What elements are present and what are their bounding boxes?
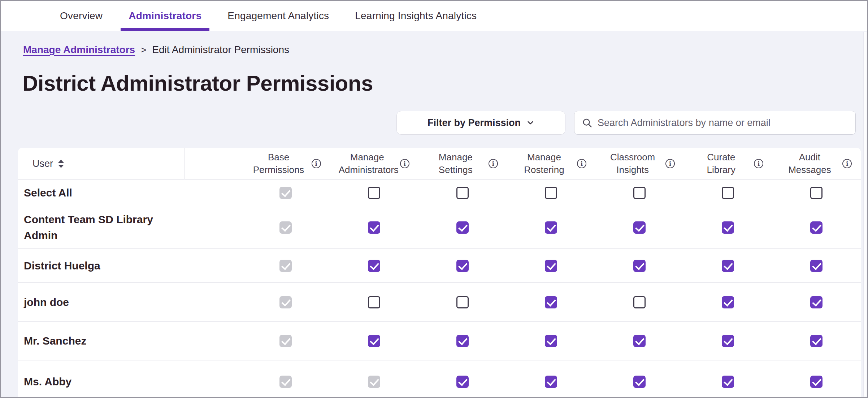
permission-checkbox[interactable] <box>456 376 469 388</box>
breadcrumb: Manage Administrators > Edit Administrat… <box>23 44 856 56</box>
permission-cell <box>684 221 772 234</box>
column-header-label: Classroom Insights <box>604 151 661 176</box>
tab-overview[interactable]: Overview <box>47 1 116 31</box>
permission-checkbox[interactable] <box>545 221 557 234</box>
permission-cell <box>507 260 595 272</box>
permission-cell <box>418 187 507 199</box>
user-column-sort-header[interactable]: User <box>18 148 185 179</box>
permission-cell <box>418 376 507 388</box>
permission-checkbox[interactable] <box>810 260 823 272</box>
permission-checkbox[interactable] <box>456 260 469 272</box>
tab-engagement-analytics[interactable]: Engagement Analytics <box>214 1 342 31</box>
permission-checkbox <box>368 376 380 388</box>
breadcrumb-link-manage-administrators[interactable]: Manage Administrators <box>23 44 135 56</box>
permission-checkbox[interactable] <box>545 260 557 272</box>
permission-checkbox[interactable] <box>722 335 734 347</box>
permission-cell <box>241 260 330 272</box>
column-header-label: Manage Administrators <box>339 151 396 176</box>
page-content: Manage Administrators > Edit Administrat… <box>1 31 867 398</box>
search-box <box>574 111 856 135</box>
filter-by-permission-button[interactable]: Filter by Permission <box>396 111 565 135</box>
toolbar: Filter by Permission <box>22 111 856 135</box>
permission-cell <box>507 221 595 234</box>
permission-checkbox[interactable] <box>633 376 646 388</box>
breadcrumb-separator: > <box>141 44 146 56</box>
tab-learning-insights-analytics[interactable]: Learning Insights Analytics <box>342 1 490 31</box>
info-icon[interactable] <box>489 159 498 168</box>
permission-cell <box>772 376 861 388</box>
info-icon[interactable] <box>577 159 586 168</box>
permission-checkbox[interactable] <box>368 296 380 308</box>
permission-checkbox[interactable] <box>810 335 823 347</box>
permission-column-header: Curate Library <box>684 151 772 176</box>
permission-checkbox[interactable] <box>456 296 469 308</box>
tab-administrators[interactable]: Administrators <box>116 1 214 31</box>
permission-checkbox[interactable] <box>633 260 646 272</box>
user-name: Ms. Abby <box>18 374 162 390</box>
permission-column-header: Audit Messages <box>772 151 861 176</box>
user-name: Select All <box>18 185 162 201</box>
permission-checkbox[interactable] <box>722 376 734 388</box>
permission-cell <box>772 221 861 234</box>
permission-checkbox[interactable] <box>722 296 734 308</box>
column-header-label: Curate Library <box>693 151 750 176</box>
permission-checkbox[interactable] <box>810 296 823 308</box>
permission-cell <box>772 187 861 199</box>
permission-checkbox[interactable] <box>633 335 646 347</box>
permission-checkbox[interactable] <box>810 221 823 234</box>
app-window: Overview Administrators Engagement Analy… <box>0 0 868 398</box>
permission-checkbox[interactable] <box>545 187 557 199</box>
permission-checkbox[interactable] <box>722 187 734 199</box>
user-name: District Huelga <box>18 258 162 274</box>
info-icon[interactable] <box>754 159 763 168</box>
permission-checkbox[interactable] <box>456 187 469 199</box>
user-name: john doe <box>18 294 162 310</box>
permission-checkbox[interactable] <box>368 187 380 199</box>
sort-arrows-icon <box>58 160 64 168</box>
table-header-row: User Base Permissions Manage Administrat… <box>18 148 861 179</box>
permission-cell <box>684 376 772 388</box>
info-icon[interactable] <box>842 159 852 168</box>
permission-checkbox[interactable] <box>633 221 646 234</box>
permission-checkbox[interactable] <box>633 296 646 308</box>
permission-checkbox[interactable] <box>545 335 557 347</box>
permission-checkbox[interactable] <box>545 376 557 388</box>
column-header-label: Manage Rostering <box>516 151 573 176</box>
permission-checkbox[interactable] <box>368 221 380 234</box>
user-header-label: User <box>32 158 53 169</box>
table-row: Select All <box>18 179 861 206</box>
permission-cell <box>418 260 507 272</box>
table-row: Mr. Sanchez <box>18 322 861 360</box>
permission-checkbox[interactable] <box>368 335 380 347</box>
column-header-label: Manage Settings <box>427 151 484 176</box>
permission-cell <box>241 221 330 234</box>
permission-checkbox[interactable] <box>545 296 557 308</box>
permission-cell <box>330 221 418 234</box>
permission-checkbox[interactable] <box>456 335 469 347</box>
permission-cell <box>595 221 684 234</box>
permission-cell <box>507 335 595 347</box>
info-icon[interactable] <box>665 159 675 168</box>
permission-column-header: Manage Administrators <box>330 151 418 176</box>
permission-checkbox[interactable] <box>722 260 734 272</box>
permission-checkbox[interactable] <box>810 187 823 199</box>
permission-cell <box>772 260 861 272</box>
permission-checkbox[interactable] <box>456 221 469 234</box>
column-header-label: Base Permissions <box>250 151 307 176</box>
permission-cell <box>772 335 861 347</box>
permission-cell <box>507 296 595 308</box>
table-row: Ms. Abby <box>18 360 861 398</box>
search-input[interactable] <box>598 117 848 129</box>
permission-checkbox[interactable] <box>633 187 646 199</box>
scrollbar-track[interactable] <box>863 32 867 397</box>
permission-checkbox <box>279 335 292 347</box>
permission-checkbox[interactable] <box>368 260 380 272</box>
permission-checkbox[interactable] <box>722 221 734 234</box>
user-name: Mr. Sanchez <box>18 333 162 349</box>
permission-checkbox <box>279 221 292 234</box>
permission-cell <box>507 187 595 199</box>
info-icon[interactable] <box>400 159 409 168</box>
info-icon[interactable] <box>312 159 321 168</box>
permission-checkbox[interactable] <box>810 376 823 388</box>
table-body: Select AllContent Team SD Library AdminD… <box>18 179 861 398</box>
